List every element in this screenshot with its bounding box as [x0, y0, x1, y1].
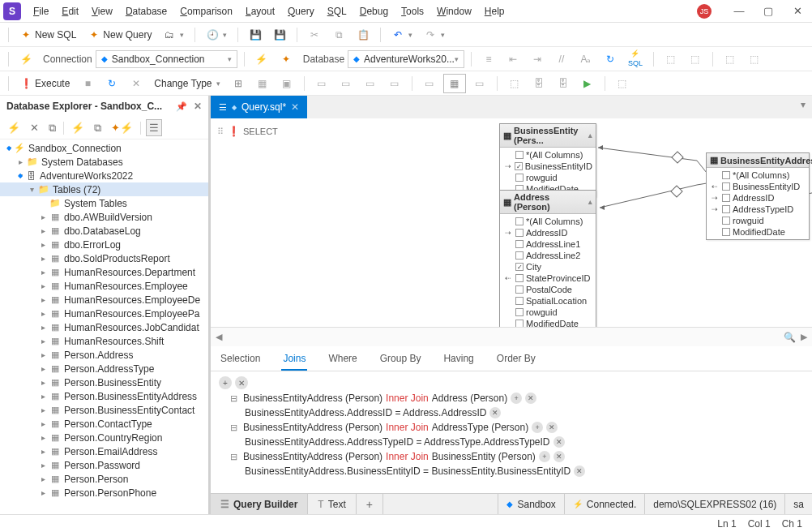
tree[interactable]: ▾◆⚡Sandbox_Connection▸📁System Databases▾… [0, 139, 208, 514]
add-button[interactable]: + [539, 451, 550, 462]
connection-dropdown[interactable]: ◆ Sandbox_Connection▾ [96, 50, 237, 68]
menu-comparison[interactable]: Comparison [174, 3, 238, 19]
menu-layout[interactable]: Layout [240, 3, 280, 19]
checkbox[interactable] [515, 151, 524, 159]
tree-node[interactable]: ▸▦HumanResources.EmployeePa [0, 307, 208, 320]
tree-node[interactable]: ▸▦Person.Address [0, 348, 208, 362]
entity-column[interactable]: ModifiedDate [500, 318, 596, 327]
query-canvas[interactable]: ⠿ ❗ SELECT ▦BusinessEntity (Pers...▴*(Al… [211, 118, 812, 327]
join-condition[interactable]: BusinessEntityAddress.BusinessEntityID =… [219, 464, 804, 478]
tab-text[interactable]: TText [308, 494, 356, 514]
entity-column[interactable]: ⇠BusinessEntityID [707, 181, 809, 192]
filter-1[interactable]: ⚡ [69, 120, 87, 135]
expand-icon[interactable]: ⊟ [230, 393, 240, 404]
entity-column[interactable]: ⇢✓BusinessEntityID [500, 161, 596, 172]
add-button[interactable]: + [511, 393, 522, 404]
entity-header[interactable]: ▦BusinessEntity (Pers...▴ [500, 124, 596, 148]
checkbox[interactable] [515, 229, 524, 237]
maximize-button[interactable]: ▢ [757, 5, 780, 17]
menu-sql[interactable]: SQL [322, 3, 353, 19]
twisty-icon[interactable]: ▾ [26, 185, 37, 194]
view-mode-button[interactable]: ☰ [146, 119, 162, 136]
tab-dropdown[interactable]: ▾ [794, 96, 812, 118]
twisty-icon[interactable]: ▸ [37, 226, 49, 235]
tree-node[interactable]: ▸▦dbo.AWBuildVersion [0, 210, 208, 224]
entity-column[interactable]: ⇢AddressID [500, 227, 596, 238]
checkbox[interactable] [722, 182, 730, 191]
undo-button[interactable]: ↶▾ [387, 26, 417, 44]
close-icon[interactable]: ✕ [194, 101, 202, 112]
tree-node[interactable]: ▸▦Person.PersonPhone [0, 486, 208, 500]
delete-button[interactable]: ✕ [553, 436, 565, 448]
twisty-icon[interactable]: ▸ [37, 378, 49, 387]
cancel-button[interactable]: ✕ [126, 75, 147, 92]
delete-button[interactable]: ✕ [546, 422, 558, 433]
tree-node[interactable]: ▸▦HumanResources.Employee [0, 279, 208, 293]
layout-4-button[interactable]: ⬚ [744, 50, 765, 68]
entity-column[interactable]: rowguid [707, 215, 809, 226]
twisty-icon[interactable]: ▸ [37, 474, 49, 483]
twisty-icon[interactable]: ▸ [37, 309, 49, 318]
save-button[interactable]: 💾 [245, 26, 266, 44]
tab-query-builder[interactable]: ☰Query Builder [211, 494, 308, 514]
run-button[interactable]: ▶ [577, 75, 598, 92]
btn-g[interactable]: ▭ [419, 75, 440, 92]
checkbox[interactable] [722, 205, 730, 213]
outdent-button[interactable]: ⇤ [502, 50, 524, 68]
save-all-button[interactable]: 💾 [269, 26, 290, 44]
tree-node[interactable]: ▸▦HumanResources.JobCandidat [0, 320, 208, 334]
checkbox[interactable] [722, 171, 730, 179]
entity-header[interactable]: ▦BusinessEntityAddress...▴ [707, 153, 809, 168]
tree-node[interactable]: ▸▦HumanResources.EmployeeDe [0, 293, 208, 307]
tree-node[interactable]: ▸▦dbo.SoldProductsReport [0, 251, 208, 265]
menu-file[interactable]: File [28, 3, 54, 19]
tree-node[interactable]: ▸▦dbo.ErrorLog [0, 238, 208, 251]
entity-column[interactable]: rowguid [500, 307, 596, 318]
menu-view[interactable]: View [86, 3, 118, 19]
case-button[interactable]: Aₐ [575, 50, 596, 68]
delete-button[interactable]: ✕ [553, 451, 565, 462]
entity-column[interactable]: AddressLine2 [500, 250, 596, 261]
twisty-icon[interactable]: ▸ [37, 405, 49, 414]
entity-address[interactable]: ▦Address (Person)▴*(All Columns)⇢Address… [499, 190, 596, 327]
new-query-button[interactable]: ✦New Query [83, 26, 156, 44]
tab-order-by[interactable]: Order By [495, 350, 537, 371]
entity-header[interactable]: ▦Address (Person)▴ [500, 191, 596, 214]
layout-1-button[interactable]: ⬚ [660, 50, 682, 68]
checkbox[interactable] [722, 194, 730, 202]
checkbox[interactable] [722, 228, 730, 236]
copy-button[interactable]: ⧉ [328, 26, 349, 44]
tree-node[interactable]: ▾◆🗄AdventureWorks2022 [0, 169, 208, 182]
join-condition[interactable]: BusinessEntityAddress.AddressID = Addres… [219, 405, 804, 420]
expand-icon[interactable]: ⊟ [230, 452, 240, 462]
twisty-icon[interactable]: ▸ [37, 350, 49, 359]
tree-node[interactable]: ▸▦Person.Person [0, 472, 208, 486]
btn-f[interactable]: ▭ [384, 75, 405, 92]
tree-node[interactable]: ▾📁Tables (72) [0, 182, 208, 196]
new-sql-button[interactable]: ✦New SQL [15, 26, 80, 44]
panel-resize-bar[interactable]: ◀ 🔍 ▶ [211, 327, 812, 346]
checkbox[interactable] [515, 285, 524, 294]
tab-selection[interactable]: Selection [219, 350, 262, 371]
entity-column[interactable]: ⇠StateProvinceID [500, 272, 596, 284]
stop-button[interactable]: ■ [77, 75, 98, 92]
checkbox[interactable] [515, 174, 524, 182]
checkbox[interactable] [515, 251, 524, 260]
tab-query[interactable]: ☰ ◆ Query.sql* ✕ [211, 96, 307, 118]
menu-database[interactable]: Database [120, 3, 173, 19]
sql-button[interactable]: ⚡SQL [624, 48, 647, 70]
refresh-button[interactable]: ↻ [600, 50, 621, 68]
twisty-icon[interactable]: ▸ [37, 268, 49, 277]
menu-tools[interactable]: Tools [395, 3, 430, 19]
checkbox[interactable] [515, 274, 524, 282]
chevron-left-icon[interactable]: ◀ [216, 332, 222, 342]
entity-business-entity-address[interactable]: ▦BusinessEntityAddress...▴*(All Columns)… [706, 152, 810, 240]
menu-query[interactable]: Query [282, 3, 320, 19]
entity-column[interactable]: PostalCode [500, 284, 596, 295]
tree-node[interactable]: ▸▦Person.AddressType [0, 362, 208, 375]
btn-last[interactable]: ⬚ [612, 75, 633, 92]
menu-edit[interactable]: Edit [56, 3, 84, 19]
tree-node[interactable]: ▸▦Person.Password [0, 458, 208, 472]
btn-db[interactable]: 🗄 [528, 75, 549, 92]
entity-column[interactable]: *(All Columns) [500, 216, 596, 227]
